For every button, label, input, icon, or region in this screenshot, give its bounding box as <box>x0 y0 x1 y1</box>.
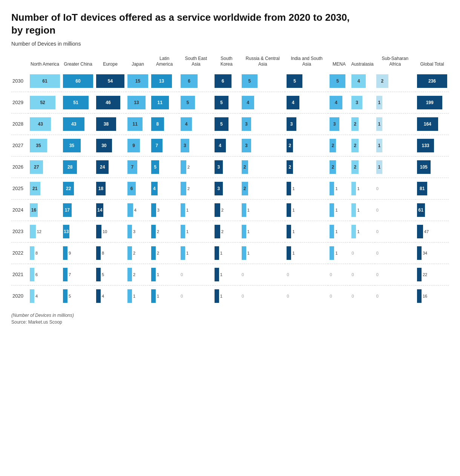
bar-greaterChina: 17 <box>63 203 72 217</box>
bar-cell-northAmerica: 6 <box>28 264 61 285</box>
bar-latinAmerica: 7 <box>151 139 163 152</box>
bar-india <box>287 182 291 195</box>
bar-global: 61 <box>417 203 425 217</box>
bar-latinAmerica <box>151 268 156 281</box>
bar-cell-japan: 11 <box>126 113 150 135</box>
bar-cell-subSaharan: 1 <box>375 156 416 178</box>
bar-greaterChina: 60 <box>63 74 93 88</box>
bar-latinAmerica <box>151 203 156 217</box>
bar-mena: 5 <box>330 74 345 88</box>
bar-cell-southKorea: 3 <box>213 178 240 199</box>
bar-cell-mena: 5 <box>328 71 350 92</box>
bar-southEastAsia <box>181 246 185 260</box>
bar-cell-europe: 24 <box>95 156 126 178</box>
bar-northAmerica <box>30 225 36 238</box>
bar-japan <box>127 225 132 238</box>
bar-northAmerica <box>30 268 34 281</box>
bar-japan <box>127 246 132 260</box>
bar-europe <box>96 268 101 281</box>
bar-europe: 54 <box>96 74 124 88</box>
col-header-year <box>11 54 28 71</box>
bar-cell-greaterChina: 5 <box>61 285 95 307</box>
bar-cell-australasia: 2 <box>350 135 374 156</box>
bar-cell-mena: 1 <box>328 221 350 242</box>
bar-northAmerica: 52 <box>30 96 55 109</box>
bar-cell-europe: 5 <box>95 264 126 285</box>
bar-cell-northAmerica: 21 <box>28 178 61 199</box>
bar-global: 81 <box>417 182 427 195</box>
bar-cell-latinAmerica: 5 <box>150 156 179 178</box>
bar-global: 164 <box>417 117 438 131</box>
bar-cell-greaterChina: 22 <box>61 178 95 199</box>
year-label: 2027 <box>11 135 28 156</box>
table-row: 203061605415136655542236 <box>11 71 449 92</box>
bar-subSaharan: 1 <box>376 139 382 152</box>
bar-cell-india: 1 <box>285 242 328 264</box>
bar-greaterChina: 43 <box>63 117 84 131</box>
col-header-southKorea: South Korea <box>213 54 240 71</box>
bar-cell-northAmerica: 35 <box>28 135 61 156</box>
bar-cell-latinAmerica: 1 <box>150 285 179 307</box>
bar-cell-mena: 0 <box>328 285 350 307</box>
bar-northAmerica: 43 <box>30 117 51 131</box>
bar-greaterChina: 13 <box>63 225 69 238</box>
bar-cell-northAmerica: 4 <box>28 285 61 307</box>
bar-cell-southKorea: 6 <box>213 71 240 92</box>
bar-europe <box>96 225 101 238</box>
bar-cell-northAmerica: 8 <box>28 242 61 264</box>
bar-mena: 4 <box>330 96 342 109</box>
bar-cell-russia: 5 <box>240 71 285 92</box>
bar-cell-australasia: 0 <box>350 264 374 285</box>
bar-russia: 4 <box>242 96 255 109</box>
bar-russia: 2 <box>242 182 248 195</box>
table-row: 2027353530973432221133 <box>11 135 449 156</box>
bar-cell-mena: 1 <box>328 199 350 221</box>
table-row: 202416171443121111061 <box>11 199 449 221</box>
bar-cell-global: 16 <box>416 285 449 307</box>
bar-cell-greaterChina: 13 <box>61 221 95 242</box>
bar-cell-mena: 1 <box>328 178 350 199</box>
bar-cell-latinAmerica: 3 <box>150 199 179 221</box>
bar-cell-subSaharan: 0 <box>375 285 416 307</box>
bar-cell-greaterChina: 7 <box>61 264 95 285</box>
bar-cell-japan: 2 <box>126 264 150 285</box>
bar-cell-mena: 2 <box>328 156 350 178</box>
bar-cell-global: 199 <box>416 92 449 113</box>
bar-cell-southKorea: 4 <box>213 135 240 156</box>
bar-cell-japan: 6 <box>126 178 150 199</box>
bar-india: 3 <box>287 117 296 131</box>
bar-japan: 13 <box>127 96 146 109</box>
bar-northAmerica: 16 <box>30 203 38 217</box>
bar-cell-southEastAsia: 2 <box>179 178 213 199</box>
bar-southKorea: 3 <box>215 160 223 174</box>
bar-cell-russia: 0 <box>240 264 285 285</box>
bar-greaterChina <box>63 268 67 281</box>
bar-cell-southKorea: 3 <box>213 156 240 178</box>
bar-cell-india: 1 <box>285 178 328 199</box>
bar-cell-europe: 14 <box>95 199 126 221</box>
bar-japan: 11 <box>127 117 143 131</box>
bar-latinAmerica: 11 <box>151 96 169 109</box>
bar-cell-mena: 0 <box>328 264 350 285</box>
bar-australasia: 4 <box>351 74 366 88</box>
bar-global: 133 <box>417 139 434 152</box>
bar-cell-greaterChina: 51 <box>61 92 95 113</box>
bar-cell-europe: 18 <box>95 178 126 199</box>
col-header-india: India and South Asia <box>285 54 328 71</box>
bar-mena <box>330 182 334 195</box>
bar-cell-latinAmerica: 7 <box>150 135 179 156</box>
bar-cell-latinAmerica: 2 <box>150 221 179 242</box>
table-row: 202045411010000016 <box>11 285 449 307</box>
bar-cell-global: 61 <box>416 199 449 221</box>
year-label: 2026 <box>11 156 28 178</box>
bar-southKorea: 5 <box>215 96 229 109</box>
bar-subSaharan: 2 <box>376 74 388 88</box>
bar-cell-russia: 2 <box>240 178 285 199</box>
source: Source: Market.us Scoop <box>11 319 449 325</box>
bar-global <box>417 268 422 281</box>
bar-global <box>417 246 422 260</box>
bar-southKorea <box>215 289 219 303</box>
bar-southKorea: 4 <box>215 139 226 152</box>
bar-cell-subSaharan: 1 <box>375 135 416 156</box>
bar-cell-russia: 0 <box>240 285 285 307</box>
